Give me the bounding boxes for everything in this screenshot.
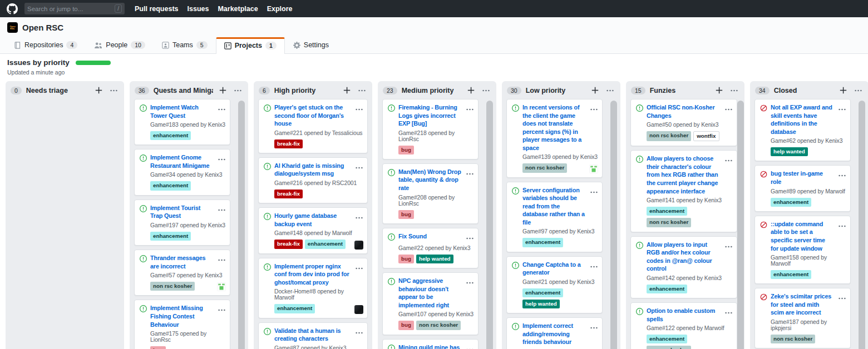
add-card-button[interactable]: [838, 86, 849, 95]
issue-card[interactable]: Option to enable custom spellsGame#122 o…: [630, 302, 737, 349]
issue-title-link[interactable]: Fix Sound: [398, 232, 463, 243]
column-menu-button[interactable]: [729, 88, 739, 93]
tab-people[interactable]: People 10: [86, 37, 154, 53]
nav-explore[interactable]: Explore: [267, 5, 293, 13]
tab-settings[interactable]: Settings: [285, 37, 337, 53]
card-menu-button[interactable]: [218, 204, 225, 208]
issue-card[interactable]: In recent versions of the client the gam…: [506, 99, 603, 178]
add-card-button[interactable]: [342, 86, 352, 95]
card-menu-button[interactable]: [356, 103, 363, 108]
column-menu-button[interactable]: [605, 88, 615, 93]
issue-card[interactable]: Implement correct adding/removing friend…: [506, 317, 603, 349]
issue-card[interactable]: bug tester in-game roleGame#89 opened by…: [754, 165, 851, 211]
issue-title-link[interactable]: In recent versions of the client the gam…: [522, 103, 587, 152]
issue-title-link[interactable]: Thrander messages are incorrect: [150, 254, 215, 270]
add-card-button[interactable]: [590, 86, 600, 95]
issue-card[interactable]: Hourly game database backup eventGame#14…: [258, 207, 368, 253]
column-scrollbar[interactable]: [486, 101, 493, 349]
nav-issues[interactable]: Issues: [188, 5, 209, 13]
nav-marketplace[interactable]: Marketplace: [218, 5, 258, 13]
card-menu-button[interactable]: [839, 169, 846, 174]
issue-title-link[interactable]: Official RSC non-Kosher Changes: [647, 103, 722, 119]
issue-card[interactable]: Allow players to input RGB and/or hex co…: [630, 236, 737, 298]
tab-teams[interactable]: Teams 5: [154, 37, 216, 53]
card-menu-button[interactable]: [839, 220, 846, 225]
column-menu-button[interactable]: [357, 88, 367, 93]
issue-title-link[interactable]: Change Captcha to a generator: [522, 261, 587, 277]
card-menu-button[interactable]: [725, 103, 732, 108]
issue-card[interactable]: Player's get stuck on the second floor o…: [258, 99, 368, 153]
issue-title-link[interactable]: Implement correct adding/removing friend…: [522, 322, 587, 346]
card-menu-button[interactable]: [839, 103, 846, 108]
issue-title-link[interactable]: Mining guild mine has too much mith and …: [398, 343, 463, 349]
dark-avatar[interactable]: [354, 241, 363, 250]
issue-card[interactable]: Firemaking - Burning Logs gives incorrec…: [382, 99, 479, 159]
column-scrollbar[interactable]: [610, 101, 617, 349]
card-menu-button[interactable]: [218, 304, 225, 308]
org-name[interactable]: Open RSC: [22, 23, 63, 32]
issue-title-link[interactable]: Player's get stuck on the second floor o…: [274, 103, 352, 128]
issue-card[interactable]: Thrander messages are incorrectGame#57 o…: [134, 250, 230, 296]
column-menu-button[interactable]: [853, 88, 864, 93]
issue-title-link[interactable]: NPC aggressive behaviour doesn't appear …: [398, 277, 463, 309]
issue-card[interactable]: Implement Missing Fishing Contest Behavi…: [134, 300, 230, 349]
issue-card[interactable]: Man(Men) Wrong Drop table, quantity & dr…: [382, 163, 479, 224]
card-menu-button[interactable]: [356, 262, 363, 267]
card-menu-button[interactable]: [725, 154, 732, 159]
issue-title-link[interactable]: Implement proper nginx conf from dev int…: [274, 262, 352, 287]
issue-title-link[interactable]: Validate that a human is creating charac…: [274, 327, 352, 343]
column-menu-button[interactable]: [233, 88, 243, 93]
add-card-button[interactable]: [218, 86, 228, 95]
issue-title-link[interactable]: Firemaking - Burning Logs gives incorrec…: [398, 103, 463, 128]
issue-card[interactable]: Validate that a human is creating charac…: [258, 322, 368, 349]
column-menu-button[interactable]: [481, 88, 491, 93]
card-menu-button[interactable]: [356, 162, 363, 166]
issue-title-link[interactable]: Al Kharid gate is missing dialogue/syste…: [274, 162, 352, 178]
card-menu-button[interactable]: [839, 292, 846, 297]
card-menu-button[interactable]: [590, 261, 598, 265]
card-menu-button[interactable]: [590, 322, 598, 326]
column-scrollbar[interactable]: [238, 101, 245, 349]
card-menu-button[interactable]: [218, 103, 225, 108]
column-scrollbar[interactable]: [737, 101, 744, 349]
add-card-button[interactable]: [714, 86, 724, 95]
org-avatar[interactable]: Open RSC: [7, 22, 18, 33]
issue-title-link[interactable]: Server configuration variables should be…: [522, 186, 587, 227]
add-card-button[interactable]: [93, 86, 104, 95]
card-menu-button[interactable]: [725, 241, 732, 245]
issue-card[interactable]: Implement proper nginx conf from dev int…: [258, 258, 368, 318]
issue-title-link[interactable]: Implement Tourist Trap Quest: [150, 204, 215, 220]
column-menu-button[interactable]: [108, 88, 119, 93]
issue-card[interactable]: NPC aggressive behaviour doesn't appear …: [382, 272, 479, 335]
card-menu-button[interactable]: [725, 307, 732, 311]
add-card-button[interactable]: [466, 86, 476, 95]
issue-title-link[interactable]: Implement Missing Fishing Contest Behavi…: [150, 304, 215, 328]
issue-card[interactable]: Fix SoundGame#22 opened by Kenix3bughelp…: [382, 228, 479, 268]
issue-title-link[interactable]: ::update command able to be set a specif…: [771, 220, 835, 252]
issue-title-link[interactable]: Implement Gnome Restaurant Minigame: [150, 153, 215, 169]
card-menu-button[interactable]: [466, 168, 474, 172]
card-menu-button[interactable]: [466, 232, 474, 237]
issue-card[interactable]: Mining guild mine has too much mith and …: [382, 339, 479, 349]
issue-title-link[interactable]: Implement Watch Tower Quest: [150, 103, 215, 119]
card-menu-button[interactable]: [356, 327, 363, 331]
column-scrollbar[interactable]: [859, 101, 865, 349]
issue-title-link[interactable]: Option to enable custom spells: [647, 307, 722, 323]
issue-card[interactable]: Official RSC non-Kosher ChangesGame#50 o…: [630, 99, 737, 146]
issue-card[interactable]: Implement Watch Tower QuestGame#183 open…: [134, 99, 230, 145]
issue-card[interactable]: Allow players to choose their character'…: [630, 150, 737, 232]
issue-card[interactable]: Implement Tourist Trap QuestGame#197 ope…: [134, 200, 230, 246]
issue-card[interactable]: Server configuration variables should be…: [506, 182, 603, 252]
card-menu-button[interactable]: [590, 186, 598, 191]
nav-pull-requests[interactable]: Pull requests: [135, 5, 179, 13]
project-title[interactable]: Issues by priority: [7, 58, 70, 67]
issue-title-link[interactable]: Not all EXP award and skill events have …: [771, 103, 835, 136]
tab-projects[interactable]: Projects 1: [216, 37, 285, 54]
card-menu-button[interactable]: [356, 212, 363, 216]
card-menu-button[interactable]: [218, 153, 225, 158]
issue-title-link[interactable]: Zeke's scimitar prices for steel and mit…: [771, 292, 835, 317]
card-menu-button[interactable]: [466, 277, 474, 281]
card-menu-button[interactable]: [466, 103, 474, 108]
card-menu-button[interactable]: [218, 254, 225, 258]
issue-title-link[interactable]: bug tester in-game role: [771, 169, 835, 186]
